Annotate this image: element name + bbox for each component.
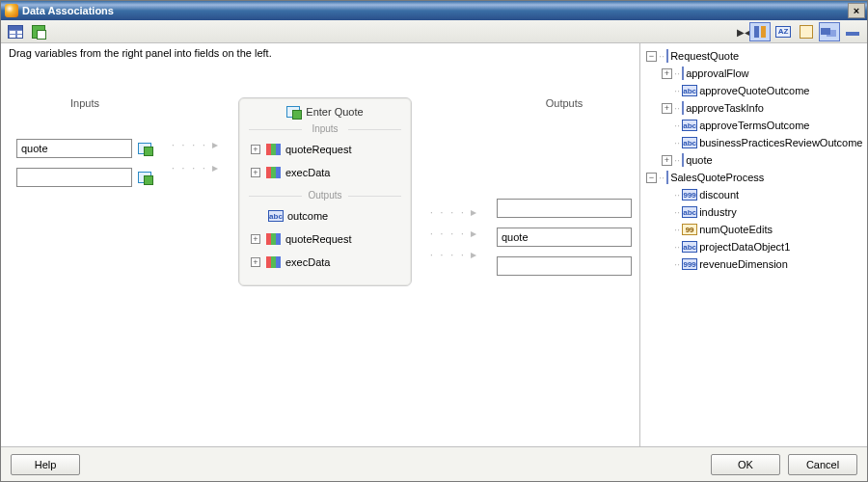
- expand-toggle[interactable]: +: [251, 168, 260, 177]
- tree-node[interactable]: +·· approvalFlow: [640, 65, 867, 82]
- tree-node-label: industry: [699, 206, 737, 218]
- hint-text: Drag variables from the right panel into…: [9, 47, 632, 59]
- mapping-view-button[interactable]: [5, 22, 26, 41]
- complex-type-icon: [266, 233, 282, 245]
- expand-toggle[interactable]: +: [251, 145, 260, 154]
- collapse-button[interactable]: [842, 22, 863, 41]
- activity-icon: [286, 106, 300, 118]
- footer: Help OK Cancel: [1, 446, 867, 481]
- collapse-icon: [846, 32, 859, 36]
- tree-node[interactable]: +··999 revenueDimension: [640, 255, 867, 273]
- alpha-sort-button[interactable]: AZ: [773, 22, 794, 41]
- output-row: [497, 225, 632, 250]
- data-item[interactable]: +quoteRequest: [249, 228, 401, 251]
- ok-button[interactable]: OK: [711, 454, 780, 475]
- input-row: [16, 165, 153, 190]
- tree-node[interactable]: +··999 discount: [640, 186, 867, 203]
- outputs-header: Outputs: [546, 97, 583, 109]
- arrow-icon: · · · · ▸: [429, 248, 479, 261]
- object-type-icon: [682, 101, 684, 115]
- tree-node-label: numQuoteEdits: [699, 224, 773, 235]
- layout-button[interactable]: [819, 22, 840, 41]
- tree-toggle[interactable]: +: [662, 103, 672, 114]
- tree-node[interactable]: +··abc approveTermsOutcome: [640, 117, 867, 134]
- new-mapping-button[interactable]: [28, 22, 49, 41]
- input-row: [16, 136, 153, 161]
- tree-toggle[interactable]: −: [646, 173, 657, 183]
- string-type-icon: abc: [682, 137, 697, 148]
- notes-icon: [800, 25, 813, 39]
- new-mapping-icon: [32, 25, 45, 39]
- expand-toggle[interactable]: +: [251, 234, 260, 244]
- tree-node-label: revenueDimension: [699, 258, 788, 270]
- data-item[interactable]: +execData: [249, 251, 401, 274]
- tree-node-label: SalesQuoteProcess: [670, 172, 764, 183]
- output-field-1[interactable]: [497, 199, 632, 218]
- tree-node[interactable]: +··99 numQuoteEdits: [640, 221, 867, 238]
- input-field-1[interactable]: [16, 139, 132, 158]
- dialog-window: Data Associations × ▶◀ AZ Drag variables…: [0, 0, 868, 482]
- splitter-caret[interactable]: ▶◀: [742, 25, 747, 38]
- arrow-icon: · · · · ▸: [429, 205, 479, 219]
- tree-node-label: quote: [686, 154, 713, 166]
- activity-card: Enter Quote Inputs +quoteRequest+execDat…: [238, 97, 412, 286]
- expand-toggle[interactable]: +: [251, 257, 260, 267]
- expression-builder-icon[interactable]: [136, 169, 153, 186]
- mapping-pane: Drag variables from the right panel into…: [1, 43, 639, 446]
- sort-icon: [753, 25, 767, 39]
- tree-toggle[interactable]: −: [646, 51, 657, 62]
- outputs-subhead: Outputs: [249, 190, 401, 201]
- data-item-label: outcome: [287, 210, 328, 222]
- input-field-2[interactable]: [16, 168, 132, 187]
- sort-button[interactable]: [749, 22, 771, 41]
- tree-toggle[interactable]: +: [662, 68, 672, 79]
- close-button[interactable]: ×: [848, 3, 865, 18]
- number-type-icon: 999: [682, 258, 697, 270]
- arrows-in: · · · · ▸ · · · · ▸: [171, 138, 221, 174]
- tree-node[interactable]: +··abc businessPracticesReviewOutcome: [640, 134, 867, 151]
- mapping-view-icon: [8, 25, 23, 39]
- tree-node-label: approveTaskInfo: [686, 102, 764, 114]
- tree-node-label: RequestQuote: [670, 50, 739, 62]
- tree-node-label: projectDataObject1: [699, 241, 790, 253]
- object-type-icon: [682, 67, 684, 80]
- tree-toggle[interactable]: +: [662, 155, 672, 166]
- notes-button[interactable]: [796, 22, 817, 41]
- variables-tree-pane: −·· RequestQuote+·· approvalFlow+··abc a…: [639, 43, 867, 446]
- number-type-icon: 999: [682, 189, 697, 201]
- output-row: [497, 254, 632, 279]
- cancel-button[interactable]: Cancel: [788, 454, 857, 475]
- tree-node[interactable]: +·· approveTaskInfo: [640, 99, 867, 117]
- help-button[interactable]: Help: [11, 454, 80, 475]
- tree-node[interactable]: +·· quote: [640, 151, 867, 169]
- tree-node-label: approveQuoteOutcome: [699, 85, 809, 96]
- activity-title: Enter Quote: [306, 106, 363, 118]
- object-type-icon: [682, 153, 684, 167]
- inputs-header: Inputs: [70, 97, 99, 109]
- complex-type-icon: [266, 167, 282, 178]
- object-type-icon: [666, 171, 668, 184]
- complex-type-icon: [266, 144, 282, 155]
- window-title: Data Associations: [22, 5, 848, 16]
- arrow-icon: · · · · ▸: [171, 161, 221, 174]
- data-item[interactable]: abcoutcome: [249, 204, 401, 228]
- arrow-icon: · · · · ▸: [171, 138, 221, 151]
- expression-builder-icon[interactable]: [136, 140, 153, 157]
- string-type-icon: abc: [268, 210, 284, 222]
- tree-node[interactable]: −·· SalesQuoteProcess: [640, 169, 867, 186]
- tree-node[interactable]: +··abc projectDataObject1: [640, 238, 867, 255]
- tree-node[interactable]: +··abc approveQuoteOutcome: [640, 82, 867, 99]
- output-row: [497, 196, 632, 221]
- data-item[interactable]: +quoteRequest: [249, 138, 401, 161]
- counter-type-icon: 99: [682, 224, 697, 235]
- variables-tree[interactable]: −·· RequestQuote+·· approvalFlow+··abc a…: [640, 47, 867, 273]
- tree-node-label: businessPracticesReviewOutcome: [699, 137, 862, 148]
- data-item[interactable]: +execData: [249, 161, 401, 184]
- output-field-2[interactable]: [497, 228, 632, 247]
- output-field-3[interactable]: [497, 256, 632, 276]
- data-item-label: quoteRequest: [285, 144, 352, 155]
- tree-node[interactable]: +··abc industry: [640, 203, 867, 221]
- tree-node[interactable]: −·· RequestQuote: [640, 47, 867, 65]
- arrow-icon: · · · · ▸: [429, 227, 479, 240]
- data-item-label: quoteRequest: [285, 233, 352, 245]
